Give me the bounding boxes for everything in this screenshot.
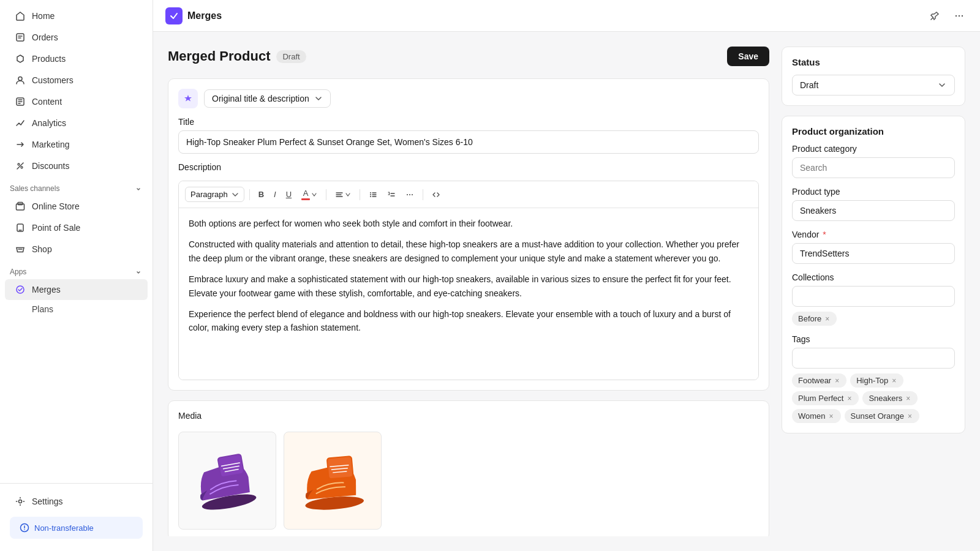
rich-text-editor: Paragraph B I U A (178, 181, 759, 380)
sidebar-item-merges[interactable]: Merges (5, 279, 148, 300)
sidebar-item-marketing[interactable]: Marketing (5, 134, 148, 155)
svg-point-1 (18, 77, 22, 81)
svg-point-3 (18, 163, 20, 165)
code-button[interactable] (428, 188, 444, 201)
tag-hightop-remove[interactable]: × (891, 377, 897, 385)
color-button[interactable]: A (298, 186, 321, 203)
svg-point-19 (409, 194, 410, 195)
sidebar-item-pos[interactable]: Point of Sale (5, 217, 148, 238)
sidebar-item-discounts[interactable]: Discounts (5, 156, 148, 176)
svg-point-15 (370, 192, 371, 193)
tag-women-remove[interactable]: × (828, 412, 835, 421)
sidebar-item-shop[interactable]: Shop (5, 239, 148, 260)
svg-point-14 (962, 15, 963, 16)
settings-icon (15, 496, 26, 507)
tag-sunset-orange-remove[interactable]: × (907, 412, 913, 421)
tag-women: Women × (792, 409, 841, 423)
editor-body[interactable]: Both options are perfect for women who s… (179, 208, 758, 380)
sidebar-item-orders[interactable]: Orders (5, 27, 148, 48)
sales-channels-header[interactable]: Sales channels (0, 177, 153, 195)
sidebar-item-online-store[interactable]: Online Store (5, 196, 148, 217)
product-category-group: Product category (792, 144, 955, 178)
ai-icon (178, 89, 198, 108)
left-column: Merged Product Draft Save Original title… (168, 47, 769, 536)
align-button[interactable] (331, 188, 355, 201)
settings-item[interactable]: Settings (5, 491, 148, 512)
media-card: Media (168, 400, 769, 536)
product-type-input[interactable] (792, 200, 955, 221)
svg-rect-26 (328, 457, 353, 478)
more-button[interactable] (951, 7, 968, 24)
sidebar-item-merges-label: Merges (32, 285, 61, 294)
description-label: Description (178, 162, 759, 172)
underline-button[interactable]: U (282, 187, 295, 201)
more-format-button[interactable] (402, 188, 418, 201)
product-category-label: Product category (792, 144, 955, 154)
tags-label: Tags (792, 334, 955, 344)
svg-point-13 (959, 15, 960, 16)
discounts-icon (15, 160, 26, 171)
marketing-icon (15, 139, 26, 150)
svg-point-17 (370, 196, 371, 197)
ai-dropdown[interactable]: Original title & description (204, 89, 331, 108)
content-area: Merged Product Draft Save Original title… (153, 32, 980, 551)
unordered-list-button[interactable] (365, 188, 381, 201)
title-label: Title (178, 117, 759, 127)
apps-header[interactable]: Apps (0, 260, 153, 279)
tag-footwear-remove[interactable]: × (834, 377, 840, 385)
editor-toolbar: Paragraph B I U A (179, 181, 758, 208)
toolbar-separator-2 (326, 189, 326, 200)
right-column: Status Draft Product organization Produc… (782, 47, 965, 536)
sidebar-item-content[interactable]: Content (5, 91, 148, 112)
home-icon (15, 10, 26, 21)
sidebar-item-marketing-label: Marketing (32, 140, 69, 149)
product-category-input[interactable] (792, 157, 955, 178)
toolbar-separator-4 (423, 189, 423, 200)
title-field-group: Title (178, 117, 759, 154)
status-select[interactable]: Draft (792, 75, 955, 96)
collection-tag-before-remove[interactable]: × (824, 315, 831, 323)
ordered-list-button[interactable] (383, 188, 399, 201)
status-value: Draft (800, 80, 818, 90)
bold-button[interactable]: B (255, 187, 268, 201)
paragraph-select[interactable]: Paragraph (185, 187, 244, 202)
svg-point-18 (407, 194, 408, 195)
sidebar-item-home[interactable]: Home (5, 6, 148, 26)
ai-bar: Original title & description (178, 89, 759, 108)
sidebar-item-products[interactable]: Products (5, 48, 148, 69)
description-para-1: Both options are perfect for women who s… (189, 217, 748, 230)
vendor-input[interactable] (792, 243, 955, 264)
sidebar-item-customers[interactable]: Customers (5, 70, 148, 91)
italic-button[interactable]: I (270, 187, 280, 201)
sidebar-item-analytics-label: Analytics (32, 118, 66, 128)
collections-input[interactable] (792, 286, 955, 307)
description-field-group: Description Paragraph B I U (178, 162, 759, 380)
sidebar-item-discounts-label: Discounts (32, 161, 69, 171)
product-org-title: Product organization (792, 126, 955, 137)
content-icon (15, 96, 26, 107)
tag-plum-perfect-remove[interactable]: × (846, 394, 853, 403)
sidebar-item-analytics[interactable]: Analytics (5, 113, 148, 133)
pin-button[interactable] (926, 7, 943, 24)
pos-icon (15, 222, 26, 233)
title-input[interactable] (178, 130, 759, 154)
product-type-label: Product type (792, 187, 955, 197)
sidebar: Home Orders Products Customers Content (0, 0, 153, 551)
settings-label: Settings (32, 497, 63, 506)
svg-point-20 (412, 194, 413, 195)
ai-dropdown-label: Original title & description (212, 94, 309, 103)
analytics-icon (15, 118, 26, 129)
media-thumb-orange[interactable] (284, 432, 382, 530)
tags-input[interactable] (792, 348, 955, 369)
sidebar-item-plans[interactable]: Plans (5, 301, 148, 318)
tag-sneakers: Sneakers × (862, 391, 918, 405)
collections-tags: Before × (792, 312, 955, 326)
tag-sneakers-remove[interactable]: × (905, 394, 911, 403)
tags-container: Footwear × High-Top × Plum Perfect × S (792, 373, 955, 423)
media-thumb-plum[interactable] (178, 432, 276, 530)
save-button[interactable]: Save (727, 47, 769, 66)
media-label: Media (178, 411, 759, 421)
sidebar-item-shop-label: Shop (32, 244, 52, 254)
customers-icon (15, 75, 26, 86)
sidebar-item-products-label: Products (32, 54, 66, 64)
